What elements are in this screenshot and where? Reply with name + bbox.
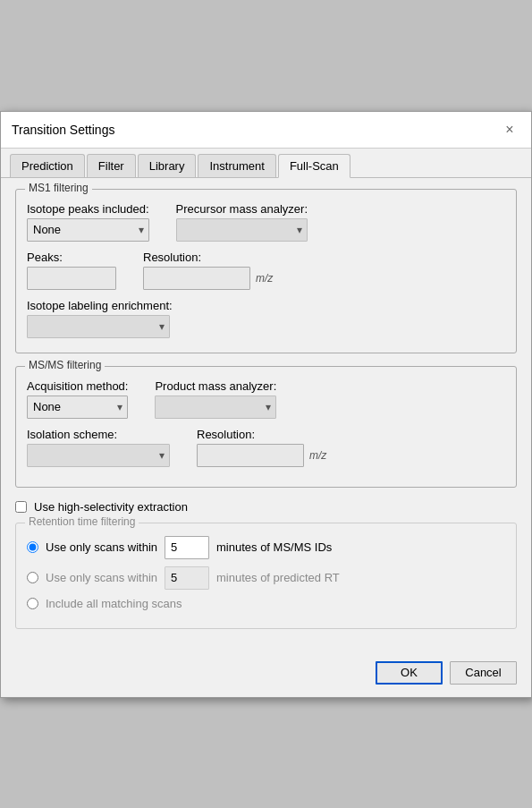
isotope-peaks-label: Isotope peaks included: [27, 202, 149, 216]
tab-filter[interactable]: Filter [87, 154, 136, 177]
tab-instrument[interactable]: Instrument [198, 154, 275, 177]
precursor-mass-field: Precursor mass analyzer: [176, 202, 308, 242]
tab-library[interactable]: Library [138, 154, 197, 177]
isotope-labeling-field: Isotope labeling enrichment: [27, 299, 505, 338]
radio-row-2: Use only scans within minutes of predict… [27, 566, 505, 590]
ms1-row2: Peaks: Resolution: m/z [27, 251, 505, 290]
resolution-label: Resolution: [143, 251, 273, 264]
resolution-field: Resolution: m/z [143, 251, 273, 290]
acquisition-select-wrapper: None [27, 395, 128, 419]
isotope-labeling-select[interactable] [27, 315, 170, 338]
cancel-button[interactable]: Cancel [450, 661, 517, 685]
msms-mz-unit: m/z [309, 449, 326, 462]
acquisition-select[interactable]: None [27, 395, 128, 419]
msms-resolution-mz-row: m/z [197, 444, 326, 467]
isotope-peaks-select-wrapper: None [27, 218, 149, 242]
precursor-mass-select-wrapper [176, 218, 308, 242]
high-selectivity-checkbox[interactable] [15, 501, 27, 513]
isotope-peaks-select[interactable]: None [27, 218, 149, 242]
isotope-peaks-field: Isotope peaks included: None [27, 202, 149, 242]
isotope-labeling-select-wrapper [27, 315, 170, 338]
radio-row-1: Use only scans within minutes of MS/MS I… [27, 536, 505, 559]
radio2-value-input[interactable] [165, 566, 209, 590]
product-mass-label: Product mass analyzer: [155, 379, 276, 393]
retention-group-label: Retention time filtering [25, 515, 139, 528]
msms-group-label: MS/MS filtering [25, 359, 105, 371]
ms1-group-label: MS1 filtering [25, 182, 92, 194]
acquisition-field: Acquisition method: None [27, 379, 128, 419]
dialog-content: MS1 filtering Isotope peaks included: No… [1, 178, 531, 652]
msms-resolution-input[interactable] [197, 444, 304, 467]
msms-row1: Acquisition method: None Product mass an… [27, 379, 505, 419]
radio-row-3: Include all matching scans [27, 597, 505, 610]
tab-bar: Prediction Filter Library Instrument Ful… [1, 149, 531, 178]
tab-full-scan[interactable]: Full-Scan [278, 154, 350, 178]
radio3-label: Include all matching scans [46, 597, 182, 610]
ms1-row1: Isotope peaks included: None Precursor m… [27, 202, 505, 242]
radio-predicted-rt[interactable] [27, 572, 38, 583]
resolution-mz-row: m/z [143, 267, 273, 290]
radio1-prefix: Use only scans within [46, 540, 157, 554]
ms1-filtering-group: MS1 filtering Isotope peaks included: No… [15, 189, 517, 353]
radio2-suffix: minutes of predicted RT [216, 571, 340, 584]
product-mass-select[interactable] [155, 395, 276, 419]
msms-resolution-field: Resolution: m/z [197, 428, 326, 467]
precursor-mass-label: Precursor mass analyzer: [176, 202, 308, 216]
radio-all-scans[interactable] [27, 598, 38, 609]
msms-row2: Isolation scheme: Resolution: m/z [27, 428, 505, 467]
radio1-suffix: minutes of MS/MS IDs [216, 540, 332, 554]
msms-resolution-label: Resolution: [197, 428, 326, 441]
peaks-field: Peaks: [27, 251, 116, 290]
resolution-input[interactable] [143, 267, 250, 290]
peaks-input[interactable] [27, 267, 116, 290]
radio1-value-input[interactable] [165, 536, 209, 559]
dialog-footer: OK Cancel [1, 652, 531, 697]
ok-button[interactable]: OK [376, 661, 443, 685]
isolation-select-wrapper [27, 444, 170, 467]
msms-group-content: Acquisition method: None Product mass an… [27, 379, 505, 467]
msms-filtering-group: MS/MS filtering Acquisition method: None… [15, 366, 517, 488]
acquisition-label: Acquisition method: [27, 379, 128, 393]
retention-time-group: Retention time filtering Use only scans … [15, 523, 517, 629]
isotope-labeling-label: Isotope labeling enrichment: [27, 299, 505, 312]
dialog-title: Transition Settings [12, 123, 114, 137]
ms1-group-content: Isotope peaks included: None Precursor m… [27, 202, 505, 338]
isolation-field: Isolation scheme: [27, 428, 170, 467]
high-selectivity-label: Use high-selectivity extraction [34, 500, 188, 514]
peaks-label: Peaks: [27, 251, 116, 264]
title-bar: Transition Settings × [1, 112, 531, 149]
tab-prediction[interactable]: Prediction [10, 154, 85, 177]
isolation-label: Isolation scheme: [27, 428, 170, 441]
isolation-select[interactable] [27, 444, 170, 467]
close-button[interactable]: × [499, 119, 520, 140]
radio2-prefix: Use only scans within [46, 571, 157, 584]
high-selectivity-row: Use high-selectivity extraction [15, 500, 517, 514]
precursor-mass-select[interactable] [176, 218, 308, 242]
product-mass-select-wrapper [155, 395, 276, 419]
radio-msms-ids[interactable] [27, 541, 38, 553]
product-mass-field: Product mass analyzer: [155, 379, 276, 419]
mz-unit: m/z [256, 272, 273, 285]
transition-settings-dialog: Transition Settings × Prediction Filter … [0, 111, 532, 698]
